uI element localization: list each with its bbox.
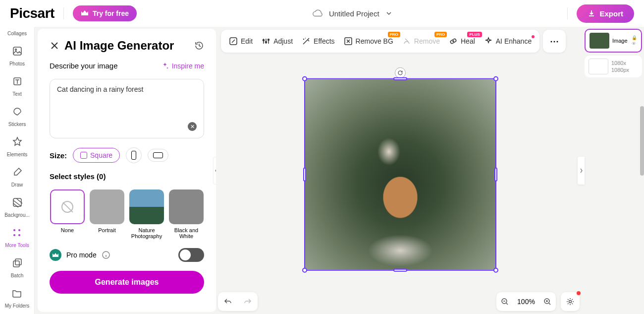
resize-handle-tr[interactable] xyxy=(493,76,498,81)
rail-text[interactable]: Text xyxy=(9,73,25,97)
layer-label: Image xyxy=(612,38,628,44)
svg-point-5 xyxy=(18,229,20,231)
resize-handle-b[interactable] xyxy=(393,268,407,271)
undo-redo-box xyxy=(218,292,258,311)
export-button[interactable]: Export xyxy=(577,4,634,23)
canvas-area[interactable]: Edit Adjust Effects Remove BG PRO Remove… xyxy=(216,27,585,314)
resize-handle-t[interactable] xyxy=(393,77,407,80)
background-icon xyxy=(9,194,25,210)
style-portrait[interactable]: Portrait xyxy=(89,189,125,239)
style-nature[interactable]: Nature Photography xyxy=(129,189,164,239)
resize-handle-l[interactable] xyxy=(303,167,306,181)
try-for-free-button[interactable]: Try for free xyxy=(73,5,137,21)
layer-canvas[interactable]: 1080x 1080px xyxy=(585,56,642,77)
layers-panel: Image 🔒 👁 1080x 1080px xyxy=(585,29,642,312)
zoom-out-icon[interactable] xyxy=(501,298,509,306)
svg-point-1 xyxy=(15,49,16,51)
rail-more-tools[interactable]: More Tools xyxy=(5,225,29,248)
download-icon xyxy=(588,9,595,17)
portrait-icon xyxy=(131,151,136,160)
tb-heal[interactable]: Heal PLUS xyxy=(449,37,475,46)
cloud-icon xyxy=(312,8,323,19)
sticker-icon xyxy=(9,104,25,120)
layer-thumbnail xyxy=(589,59,608,74)
tb-edit[interactable]: Edit xyxy=(229,37,253,46)
eye-icon[interactable]: 👁 xyxy=(632,41,637,46)
rail-background[interactable]: Backgrou... xyxy=(4,194,30,218)
layer-image[interactable]: Image 🔒 👁 xyxy=(585,29,642,53)
inspire-me-button[interactable]: Inspire me xyxy=(161,62,204,70)
describe-label: Describe your image xyxy=(50,62,118,70)
none-icon xyxy=(61,201,73,213)
crown-icon xyxy=(81,10,89,17)
scrollbar-thumb[interactable] xyxy=(640,106,644,176)
zoom-value[interactable]: 100% xyxy=(517,298,535,306)
settings-button[interactable] xyxy=(561,292,580,311)
tb-remove-bg[interactable]: Remove BG PRO xyxy=(344,37,393,46)
prompt-input[interactable] xyxy=(57,85,197,125)
rail-stickers[interactable]: Stickers xyxy=(8,104,26,127)
svg-point-6 xyxy=(13,234,15,236)
generated-image[interactable] xyxy=(305,79,495,269)
project-name-area[interactable]: Untitled Project xyxy=(312,8,392,19)
svg-point-7 xyxy=(18,234,20,236)
regenerate-icon[interactable] xyxy=(395,67,406,78)
svg-point-4 xyxy=(13,229,15,231)
sparkle-icon xyxy=(161,62,169,70)
resize-handle-r[interactable] xyxy=(494,167,497,181)
close-icon[interactable] xyxy=(50,41,59,51)
folder-icon xyxy=(9,285,25,301)
text-icon xyxy=(9,73,25,89)
size-label: Size: xyxy=(50,151,67,160)
redo-icon[interactable] xyxy=(243,297,252,306)
divider xyxy=(63,7,64,19)
rail-my-folders[interactable]: My Folders xyxy=(5,285,29,309)
resize-handle-tl[interactable] xyxy=(302,76,307,81)
style-bw[interactable]: Black and White xyxy=(168,189,204,239)
clear-input-icon[interactable]: ✕ xyxy=(188,122,197,131)
chevron-down-icon[interactable] xyxy=(385,10,392,17)
generate-button[interactable]: Generate images xyxy=(50,271,204,294)
tb-effects[interactable]: Effects xyxy=(302,37,335,46)
batch-icon xyxy=(9,255,25,271)
styles-label: Select styles (0) xyxy=(50,172,204,181)
grid-icon xyxy=(9,225,25,241)
crown-icon xyxy=(50,249,61,261)
right-panel-toggle[interactable] xyxy=(578,157,585,185)
project-name: Untitled Project xyxy=(329,9,379,18)
style-none[interactable]: None xyxy=(50,189,85,239)
pro-mode-label: Pro mode xyxy=(66,251,97,259)
notification-dot-icon xyxy=(532,35,535,38)
rail-photos[interactable]: Photos xyxy=(9,43,25,66)
tb-ai-enhance[interactable]: AI Enhance xyxy=(484,37,532,46)
zoom-in-icon[interactable] xyxy=(543,298,551,306)
canvas-selection[interactable] xyxy=(304,78,496,270)
star-icon xyxy=(9,134,25,150)
rail-draw[interactable]: Draw xyxy=(9,164,25,188)
resize-handle-bl[interactable] xyxy=(302,267,307,272)
photo-icon xyxy=(9,43,25,59)
landscape-icon xyxy=(153,152,163,158)
layer-dims1: 1080x xyxy=(611,60,629,66)
rail-elements[interactable]: Elements xyxy=(7,134,28,157)
svg-rect-8 xyxy=(13,261,19,267)
tb-adjust[interactable]: Adjust xyxy=(262,37,293,46)
info-icon[interactable] xyxy=(102,251,110,259)
size-landscape[interactable] xyxy=(148,149,168,162)
lock-icon[interactable]: 🔒 xyxy=(632,35,637,40)
pro-mode-toggle[interactable] xyxy=(178,248,204,262)
logo[interactable]: Picsart xyxy=(10,5,54,21)
contextual-toolbar: Edit Adjust Effects Remove BG PRO Remove… xyxy=(221,30,539,53)
tb-remove[interactable]: Remove PRO xyxy=(402,37,440,46)
size-portrait[interactable] xyxy=(126,147,142,163)
app-header: Picsart Try for free Untitled Project Ex… xyxy=(0,0,644,27)
resize-handle-br[interactable] xyxy=(493,267,498,272)
rail-collages[interactable]: Collages xyxy=(7,31,27,36)
size-square[interactable]: Square xyxy=(73,148,120,163)
tb-more[interactable]: ⋯ xyxy=(543,30,566,53)
undo-icon[interactable] xyxy=(223,297,232,306)
pro-badge: PRO xyxy=(434,32,447,37)
svg-rect-9 xyxy=(15,259,21,265)
history-icon[interactable] xyxy=(194,41,204,51)
rail-batch[interactable]: Batch xyxy=(9,255,25,278)
